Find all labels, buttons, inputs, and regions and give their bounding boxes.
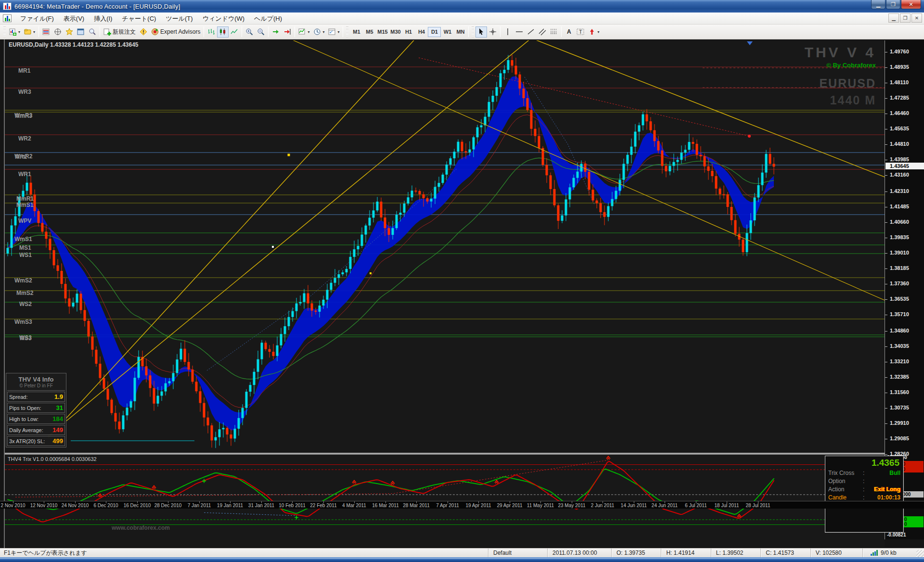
resize-grip[interactable]	[916, 550, 924, 558]
menu-item-4[interactable]: ツール(T)	[161, 13, 197, 24]
timeframe-h4[interactable]: H4	[415, 27, 428, 37]
trix-axis-label: -0.00821	[887, 532, 906, 537]
expert-advisors-button[interactable]: Expert Advisors	[149, 26, 202, 38]
main-chart-canvas[interactable]: MR1WR3WmR3MmR3WR2WmR2MR2WR1MmR1MmS1WPVWm…	[5, 40, 885, 453]
menu-item-3[interactable]: チャート(C)	[117, 13, 161, 24]
periods-button[interactable]: ▾	[311, 26, 326, 38]
mdi-minimize-button[interactable]: ▁	[888, 13, 899, 23]
menu-item-1[interactable]: 表示(V)	[59, 13, 89, 24]
new-order-icon	[103, 28, 111, 36]
line-chart-button[interactable]	[229, 26, 240, 38]
status-profile[interactable]: Default	[488, 549, 547, 558]
date-axis-label: 29 Apr 2011	[497, 503, 522, 508]
auto-scroll-button[interactable]	[270, 26, 282, 38]
new-chart-icon	[9, 28, 17, 36]
maximize-button[interactable]: ❐	[886, 0, 900, 9]
thv-watermark-title: THV V 4	[805, 44, 876, 61]
menu-item-5[interactable]: ウィンドウ(W)	[198, 13, 249, 24]
label-tool-button[interactable]: T	[575, 26, 586, 38]
close-button[interactable]: ✕	[901, 0, 921, 9]
timeframe-m5[interactable]: M5	[363, 27, 376, 37]
indicators-button[interactable]: ▾	[296, 26, 311, 38]
price-axis-label: 1.49760	[890, 49, 909, 54]
data-window-button[interactable]	[75, 26, 87, 38]
date-axis-label: 12 Nov 2010	[30, 503, 58, 508]
minimize-button[interactable]: ▁	[871, 0, 886, 9]
price-axis-label: 1.41485	[890, 204, 909, 209]
timeframe-h1[interactable]: H1	[402, 27, 415, 37]
windows-taskbar[interactable]	[0, 557, 924, 562]
arrows-dropdown[interactable]: ▾	[597, 30, 599, 34]
price-axis-label: 1.43985	[890, 156, 909, 162]
svg-text:MmS2: MmS2	[16, 290, 34, 296]
menu-item-2[interactable]: 挿入(I)	[89, 13, 117, 24]
date-axis-label: 16 Mar 2011	[372, 503, 398, 508]
tenkan-cloud	[8, 76, 774, 430]
crosshair-tool-button[interactable]	[487, 26, 499, 38]
price-axis-label: 1.43160	[890, 172, 909, 178]
trix-indicator-title: THV4 Trix V1.0 0.0005684 0.0030632	[8, 456, 97, 462]
chart-workspace: MR1WR3WmR3MmR3WR2WmR2MR2WR1MmR1MmS1WPVWm…	[0, 39, 924, 548]
timeframe-d1[interactable]: D1	[428, 27, 441, 37]
market-watch-button[interactable]	[40, 26, 52, 38]
title-bar[interactable]: 66984194: MetaTrader - Demo Account - [E…	[0, 0, 924, 13]
price-axis-label: 1.39835	[890, 234, 909, 240]
arrows-tool-button[interactable]: ▾	[586, 26, 601, 38]
strategy-tester-button[interactable]	[87, 26, 98, 38]
info-row-0: Spread:1.9	[7, 392, 65, 402]
price-axis-label: 1.46460	[890, 110, 909, 116]
templates-dropdown[interactable]: ▾	[337, 30, 339, 34]
new-chart-button[interactable]: ▾	[7, 26, 22, 38]
zoom-out-button[interactable]	[255, 26, 267, 38]
chart-shift-button[interactable]	[282, 26, 293, 38]
alerts-button[interactable]	[138, 26, 149, 38]
trendline-tool-button[interactable]	[525, 26, 537, 38]
thv-info-title: THV V4 Info	[7, 374, 65, 383]
timeframe-mn[interactable]: MN	[454, 27, 467, 37]
profiles-dropdown[interactable]: ▾	[33, 30, 35, 34]
favorites-button[interactable]	[64, 26, 75, 38]
date-axis-label: 28 Dec 2010	[154, 503, 182, 508]
periods-dropdown[interactable]: ▾	[322, 30, 324, 34]
chart-shift-marker[interactable]	[747, 41, 753, 45]
mdi-restore-button[interactable]: ❐	[900, 13, 911, 23]
timeframe-m15[interactable]: M15	[376, 27, 389, 37]
label-icon: T	[577, 28, 584, 36]
date-axis-label: 31 Jan 2011	[248, 503, 274, 508]
candle-chart-button[interactable]	[217, 26, 229, 38]
timeframe-w1[interactable]: W1	[441, 27, 454, 37]
date-axis-label: 23 May 2011	[558, 503, 585, 508]
bar-chart-button[interactable]	[205, 26, 217, 38]
timeframe-m30[interactable]: M30	[389, 27, 402, 37]
zoom-in-button[interactable]	[244, 26, 255, 38]
status-volume: V: 102580	[810, 549, 862, 558]
profiles-button[interactable]: ▾	[22, 26, 37, 38]
hline-icon	[515, 28, 523, 36]
trix-signal-panel: 1.4365 Trix Cross:BullOption:Action:Exit…	[825, 456, 904, 533]
navigator-button[interactable]	[52, 26, 64, 38]
chart-shift-icon	[283, 28, 291, 36]
new-order-button[interactable]: 新規注文	[102, 26, 138, 38]
bar-chart-icon	[207, 28, 215, 36]
mdi-close-button[interactable]: ✕	[911, 13, 922, 23]
svg-text:WR1: WR1	[18, 171, 31, 178]
menu-item-0[interactable]: ファイル(F)	[15, 13, 59, 24]
svg-text:WR3: WR3	[18, 89, 31, 95]
fibonacci-tool-button[interactable]	[548, 26, 560, 38]
timeframe-m1[interactable]: M1	[350, 27, 363, 37]
menu-item-6[interactable]: ヘルプ(H)	[249, 13, 287, 24]
channel-tool-button[interactable]	[537, 26, 548, 38]
templates-button[interactable]: ▾	[326, 26, 341, 38]
vline-tool-button[interactable]	[502, 26, 513, 38]
indicators-dropdown[interactable]: ▾	[308, 30, 309, 34]
cursor-tool-button[interactable]	[475, 26, 487, 38]
date-axis[interactable]: 2 Nov 201012 Nov 201024 Nov 20106 Dec 20…	[0, 501, 924, 509]
zoom-out-icon	[257, 28, 265, 36]
toolbar-grip[interactable]	[3, 26, 6, 37]
status-bar-time: 2011.07.13 00:00	[547, 549, 611, 558]
new-chart-dropdown[interactable]: ▾	[18, 30, 20, 34]
date-axis-label: 6 Dec 2010	[93, 503, 118, 508]
hline-tool-button[interactable]	[513, 26, 525, 38]
svg-text:WS1: WS1	[19, 252, 32, 258]
text-tool-button[interactable]: A	[563, 26, 575, 38]
